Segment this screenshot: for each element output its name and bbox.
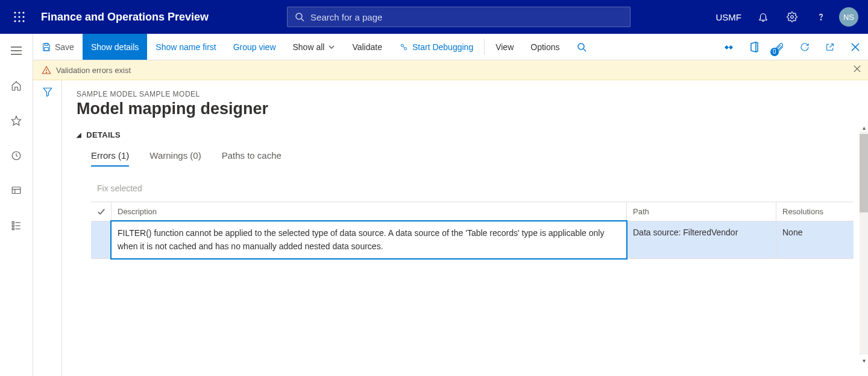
- divider: [484, 39, 485, 55]
- svg-rect-22: [12, 225, 14, 227]
- svg-point-6: [14, 20, 16, 22]
- banner-close[interactable]: [854, 65, 861, 72]
- svg-rect-34: [725, 45, 729, 49]
- svg-point-0: [14, 11, 16, 13]
- search-wrap: Search for a page: [287, 7, 631, 27]
- start-debugging-button[interactable]: Start Debugging: [391, 34, 482, 60]
- cell-description[interactable]: FILTER() function cannot be applied to t…: [112, 221, 627, 258]
- svg-point-12: [820, 19, 821, 20]
- svg-point-3: [14, 16, 16, 18]
- svg-point-2: [22, 11, 24, 13]
- action-bar-right: 0: [716, 34, 868, 60]
- app-title: Finance and Operations Preview: [41, 11, 209, 24]
- svg-point-9: [296, 13, 302, 19]
- tab-warnings[interactable]: Warnings (0): [149, 150, 201, 167]
- cell-path: Data source: FilteredVendor: [627, 221, 776, 258]
- select-all-checkbox[interactable]: [91, 202, 112, 221]
- header-right: USMF NS: [710, 0, 864, 34]
- group-view-label: Group view: [233, 42, 276, 52]
- content-main: SAMPLE MODEL SAMPLE MODEL Model mapping …: [62, 80, 868, 376]
- close-icon: [854, 65, 861, 72]
- diamond-icon: [724, 42, 734, 52]
- check-icon: [97, 208, 105, 216]
- bell-icon: [758, 11, 769, 22]
- settings-button[interactable]: [779, 0, 805, 34]
- group-view-button[interactable]: Group view: [225, 34, 285, 60]
- show-name-first-label: Show name first: [156, 42, 216, 52]
- banner-text: Validation errors exist: [56, 66, 131, 75]
- fix-selected-button[interactable]: Fix selected: [97, 183, 854, 193]
- scroll-down-arrow[interactable]: ▾: [860, 356, 868, 365]
- show-details-label: Show details: [91, 42, 139, 52]
- question-icon: [816, 11, 826, 22]
- cell-description-text: FILTER() function cannot be applied to t…: [110, 220, 627, 260]
- chevron-down-icon: [328, 43, 335, 51]
- svg-rect-27: [45, 43, 48, 45]
- nav-hamburger[interactable]: [5, 40, 27, 62]
- grid-header: Description Path Resolutions: [91, 202, 854, 221]
- tab-paths-to-cache[interactable]: Paths to cache: [222, 150, 281, 167]
- modules-icon: [11, 220, 22, 231]
- close-icon: [851, 43, 860, 51]
- svg-rect-28: [45, 47, 49, 50]
- validate-button[interactable]: Validate: [344, 34, 391, 60]
- nav-favorites[interactable]: [5, 110, 27, 132]
- find-button[interactable]: [568, 34, 595, 60]
- app-launcher[interactable]: [5, 0, 34, 34]
- nav-workspaces[interactable]: [5, 180, 27, 202]
- details-fasttab[interactable]: ◢ DETAILS: [77, 130, 854, 139]
- save-icon: [42, 42, 51, 52]
- show-name-first-button[interactable]: Show name first: [147, 34, 224, 60]
- table-row[interactable]: FILTER() function cannot be applied to t…: [91, 221, 854, 259]
- tab-errors[interactable]: Errors (1): [91, 150, 129, 167]
- show-all-button[interactable]: Show all: [285, 34, 344, 60]
- office-icon: [749, 42, 759, 53]
- details-label: DETAILS: [86, 130, 121, 139]
- search-input[interactable]: Search for a page: [287, 7, 631, 27]
- scroll-up-arrow[interactable]: ▴: [860, 123, 868, 132]
- start-debugging-label: Start Debugging: [412, 42, 473, 52]
- col-resolutions[interactable]: Resolutions: [776, 202, 854, 221]
- svg-rect-35: [729, 45, 733, 49]
- view-menu[interactable]: View: [487, 34, 522, 60]
- errors-grid: Description Path Resolutions FILTER() fu…: [91, 202, 854, 259]
- nav-home[interactable]: [5, 75, 27, 97]
- refresh-icon: [800, 42, 810, 52]
- col-path[interactable]: Path: [627, 202, 776, 221]
- legal-entity[interactable]: USMF: [710, 12, 748, 22]
- help-button[interactable]: [808, 0, 834, 34]
- scrollbar-track[interactable]: [860, 132, 868, 355]
- popout-button[interactable]: [817, 42, 843, 52]
- filter-toggle[interactable]: [42, 86, 53, 376]
- validation-banner: Validation errors exist: [33, 60, 868, 80]
- debug-icon: [399, 42, 409, 52]
- show-details-button[interactable]: Show details: [83, 34, 147, 60]
- popout-icon: [825, 42, 835, 52]
- close-button[interactable]: [843, 43, 868, 51]
- svg-line-31: [403, 46, 405, 48]
- nav-modules[interactable]: [5, 215, 27, 237]
- options-menu[interactable]: Options: [522, 34, 568, 60]
- row-checkbox[interactable]: [91, 221, 112, 258]
- breadcrumb: SAMPLE MODEL SAMPLE MODEL: [77, 90, 854, 98]
- view-label: View: [495, 42, 514, 52]
- gear-icon: [787, 11, 797, 22]
- action-bar: Save Show details Show name first Group …: [33, 34, 868, 60]
- svg-line-33: [583, 49, 586, 51]
- collapse-triangle-icon: ◢: [77, 132, 81, 138]
- details-tabs: Errors (1) Warnings (0) Paths to cache: [77, 150, 854, 167]
- attachments-button[interactable]: 0: [767, 42, 792, 53]
- office-addin-button[interactable]: [741, 42, 767, 53]
- notifications-button[interactable]: [750, 0, 776, 34]
- svg-point-4: [18, 16, 20, 18]
- refresh-button[interactable]: [792, 42, 817, 52]
- attachments-count: 0: [770, 48, 779, 56]
- nav-recent[interactable]: [5, 145, 27, 167]
- scrollbar-thumb[interactable]: [860, 134, 868, 212]
- save-button[interactable]: Save: [33, 34, 83, 60]
- cell-resolutions: None: [776, 221, 854, 258]
- col-description[interactable]: Description: [112, 202, 627, 221]
- personalize-button[interactable]: [716, 42, 741, 52]
- user-avatar[interactable]: NS: [839, 7, 858, 27]
- workspace-icon: [11, 185, 22, 196]
